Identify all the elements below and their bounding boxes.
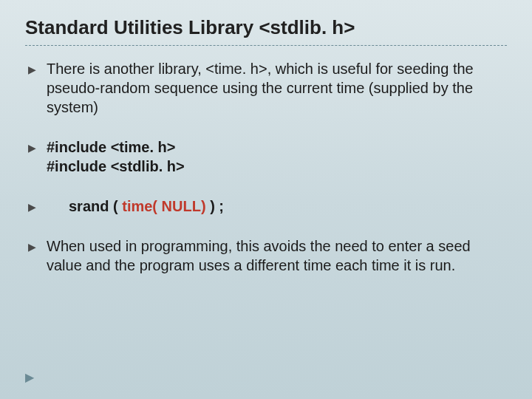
- footer-arrow-icon: ▶: [25, 370, 34, 384]
- bullet-item: ▶ When used in programming, this avoids …: [28, 236, 499, 275]
- include-line-2: #include <stdlib. h>: [47, 158, 185, 174]
- slide: Standard Utilities Library <stdlib. h> ▶…: [0, 0, 532, 399]
- srand-red: time( NULL): [122, 198, 205, 214]
- slide-title: Standard Utilities Library <stdlib. h>: [25, 16, 507, 46]
- include-line-1: #include <time. h>: [47, 139, 176, 155]
- bullet-marker-icon: ▶: [28, 200, 36, 216]
- bullet-text: There is another library, <time. h>, whi…: [47, 59, 499, 117]
- bullet-item: ▶ #include <time. h> #include <stdlib. h…: [28, 137, 499, 176]
- slide-body: ▶ There is another library, <time. h>, w…: [25, 59, 507, 275]
- bullet-item: ▶ There is another library, <time. h>, w…: [28, 59, 499, 117]
- bullet-text: When used in programming, this avoids th…: [47, 236, 499, 275]
- bullet-marker-icon: ▶: [28, 240, 36, 275]
- bullet-text: #include <time. h> #include <stdlib. h>: [47, 137, 499, 176]
- bullet-marker-icon: ▶: [28, 63, 36, 117]
- bullet-text: srand ( time( NULL) ) ;: [47, 197, 499, 216]
- srand-prefix: srand (: [69, 198, 122, 214]
- bullet-item: ▶ srand ( time( NULL) ) ;: [28, 197, 499, 216]
- srand-suffix: ) ;: [206, 198, 224, 214]
- bullet-marker-icon: ▶: [28, 141, 36, 176]
